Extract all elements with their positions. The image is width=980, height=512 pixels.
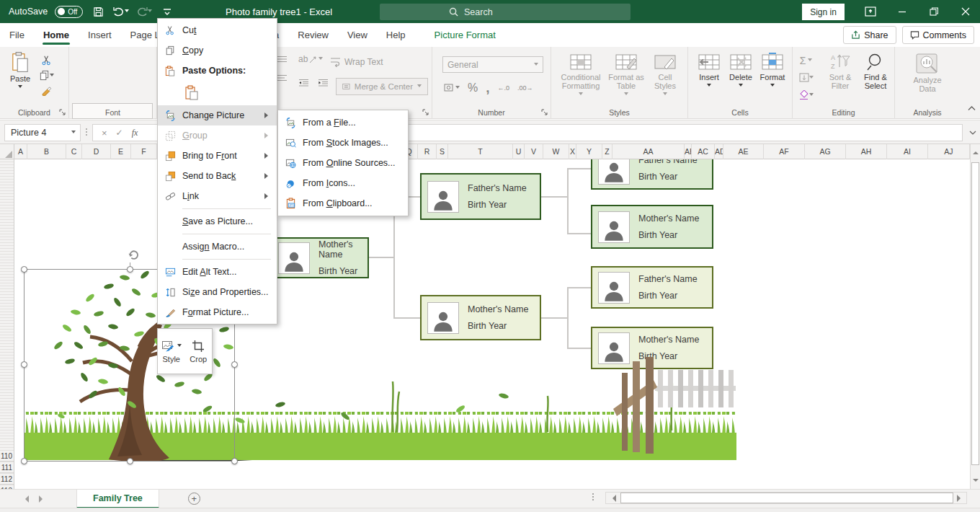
picture-style-button[interactable]: Style (158, 329, 185, 374)
fill-button[interactable] (798, 70, 814, 85)
vertical-scroll-thumb[interactable] (971, 162, 979, 465)
sort-filter-button[interactable]: AZ Sort & Filter (824, 53, 856, 90)
sheet-tab-family-tree[interactable]: Family Tree (76, 490, 159, 508)
column-header[interactable]: AE (723, 144, 764, 159)
menu-item-bring-to-front[interactable]: Bring to Front (158, 146, 277, 166)
tab-review[interactable]: Review (288, 23, 338, 47)
tabbar-splitter[interactable] (592, 493, 594, 500)
family-card[interactable]: Father's NameBirth Year (420, 173, 541, 220)
format-as-table-button[interactable]: Format as Table (606, 53, 646, 97)
menu-item-change-picture[interactable]: Change Picture (158, 105, 277, 125)
column-header[interactable]: Z (602, 144, 612, 159)
column-header[interactable]: D (82, 144, 111, 159)
insert-function-icon[interactable]: fx (132, 128, 138, 138)
submenu-item-from-icons[interactable]: From Icons... (278, 173, 408, 193)
scroll-down-icon[interactable] (973, 479, 979, 485)
menu-item-size-and-properties[interactable]: Size and Properties... (158, 282, 277, 302)
number-format-dropdown[interactable]: General (442, 56, 543, 73)
submenu-item-from-online-sources[interactable]: From Online Sources... (278, 153, 408, 173)
menu-item-edit-alt-text[interactable]: Edit Alt Text... (158, 262, 277, 282)
tab-home[interactable]: Home (34, 23, 79, 47)
column-header[interactable]: U (513, 144, 525, 159)
cell-styles-button[interactable]: Cell Styles (648, 53, 682, 97)
crop-button[interactable]: Crop (185, 329, 213, 374)
close-button[interactable] (950, 0, 980, 23)
menu-item-send-to-back[interactable]: Send to Back (158, 166, 277, 186)
submenu-item-from-stock-images[interactable]: From Stock Images... (278, 133, 408, 153)
enter-icon[interactable]: ✓ (116, 128, 123, 138)
redo-button[interactable] (136, 4, 152, 19)
column-header[interactable]: E (111, 144, 131, 159)
share-button[interactable]: Share (843, 26, 896, 44)
collapse-ribbon-button[interactable] (968, 101, 976, 114)
customize-quick-access-icon[interactable] (159, 4, 175, 19)
increase-decimal-button[interactable]: ←.0 (498, 84, 510, 92)
family-tree-picture[interactable] (24, 268, 736, 462)
clear-button[interactable] (798, 87, 814, 102)
column-header[interactable]: AJ (928, 144, 970, 159)
copy-button[interactable] (39, 68, 54, 83)
family-card[interactable]: Father's NameBirth Year (591, 159, 713, 190)
column-header[interactable]: Y (576, 144, 602, 159)
comments-button[interactable]: Comments (902, 26, 974, 44)
select-all-corner[interactable] (0, 144, 14, 159)
column-header[interactable]: R (418, 144, 437, 159)
column-header[interactable]: AC (692, 144, 715, 159)
orientation-button[interactable]: ab (298, 54, 323, 64)
find-select-button[interactable]: Find & Select (859, 53, 892, 90)
row-header[interactable]: 110 (0, 451, 14, 462)
conditional-formatting-button[interactable]: Conditional Formatting (558, 53, 603, 97)
alignment-dialog-launcher[interactable] (422, 109, 430, 117)
save-icon[interactable] (90, 4, 106, 19)
column-header[interactable]: AB (685, 144, 692, 159)
horizontal-scroll-thumb[interactable] (620, 493, 953, 503)
submenu-item-from-clipboard[interactable]: JPG From Clipboard... (278, 193, 408, 213)
row-header[interactable]: 111 (0, 462, 14, 473)
merge-center-button[interactable]: Merge & Center (336, 78, 428, 95)
column-header[interactable]: B (27, 144, 66, 159)
sign-in-button[interactable]: Sign in (802, 4, 845, 20)
restore-button[interactable] (918, 0, 950, 23)
minimize-button[interactable] (886, 0, 918, 23)
menu-item-group[interactable]: Group (158, 125, 277, 146)
accounting-format-button[interactable] (444, 83, 460, 93)
wrap-text-button[interactable]: Wrap Text (330, 57, 383, 67)
sheet-nav-right-icon[interactable] (39, 495, 46, 503)
column-header[interactable]: A (14, 144, 27, 159)
namebox-splitter[interactable] (85, 128, 87, 138)
column-header[interactable]: F (131, 144, 157, 159)
expand-formula-bar-icon[interactable] (969, 129, 976, 137)
column-header[interactable]: AH (846, 144, 887, 159)
name-box[interactable]: Picture 4 (4, 124, 81, 141)
column-header[interactable]: AD (715, 144, 723, 159)
family-card[interactable]: Mother's NameBirth Year (591, 205, 713, 249)
column-header[interactable]: AG (805, 144, 846, 159)
column-header[interactable]: V (525, 144, 543, 159)
menu-item-save-as-picture[interactable]: Save as Picture... (158, 211, 277, 231)
tab-help[interactable]: Help (377, 23, 415, 47)
paste-button[interactable]: Paste (4, 51, 36, 90)
vertical-scrollbar[interactable] (970, 144, 980, 489)
row-header[interactable]: 112 (0, 474, 14, 485)
menu-item-cut[interactable]: Cut (158, 20, 277, 40)
search-input[interactable]: Search (380, 4, 631, 20)
column-header[interactable]: C (66, 144, 82, 159)
menu-item-format-picture[interactable]: Format Picture... (158, 302, 277, 322)
percent-style-button[interactable]: % (468, 81, 478, 94)
column-header[interactable]: AA (612, 144, 685, 159)
column-header[interactable]: AI (887, 144, 928, 159)
decrease-decimal-button[interactable]: .00→ (517, 84, 533, 92)
ribbon-display-options-button[interactable] (855, 0, 886, 23)
rotation-handle[interactable] (126, 248, 141, 262)
autosave-toggle[interactable]: Off (55, 6, 83, 18)
paste-option-keep-formatting[interactable] (182, 84, 201, 102)
column-header[interactable]: W (543, 144, 569, 159)
submenu-item-from-file[interactable]: From a File... (278, 112, 408, 133)
column-header[interactable]: AF (764, 144, 805, 159)
scroll-up-icon[interactable] (973, 149, 979, 154)
column-header[interactable]: T (448, 144, 513, 159)
horizontal-scrollbar[interactable] (605, 492, 967, 504)
format-painter-button[interactable] (39, 83, 54, 98)
autosum-button[interactable]: Σ (798, 53, 814, 68)
new-sheet-button[interactable]: + (188, 493, 200, 505)
